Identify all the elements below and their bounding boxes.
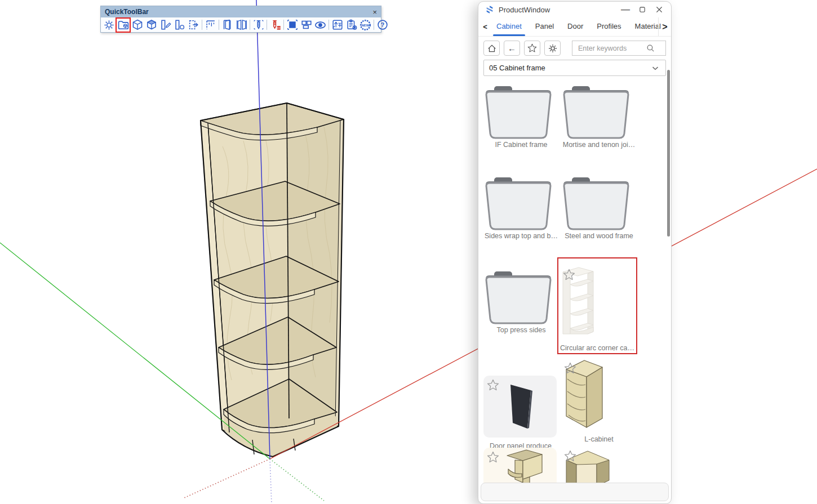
product-item-label: Mortise and tenon joi… xyxy=(562,141,636,149)
cabinet-model[interactable] xyxy=(201,103,344,457)
product-item[interactable]: Top press sides xyxy=(484,270,558,334)
quicktoolbar-title: QuickToolBar xyxy=(105,8,149,16)
app-window: NEW ? xyxy=(0,0,817,504)
product-item-label: Circular arc corner ca… xyxy=(558,344,636,352)
product-item-selected[interactable]: Circular arc corner ca… xyxy=(557,257,637,354)
product-item[interactable]: Door panel produce xyxy=(483,367,558,450)
star-icon xyxy=(527,43,537,53)
tabs-scroll-left-icon[interactable]: < xyxy=(481,23,490,31)
tab-bar: < Cabinet Panel Door Profiles Material > xyxy=(478,17,671,37)
chevron-down-icon xyxy=(650,63,660,73)
toolbar-separator xyxy=(328,20,329,30)
new-badge-icon[interactable] xyxy=(358,18,372,32)
product-item-label: Steel and wood frame xyxy=(562,232,636,240)
product-item[interactable] xyxy=(562,447,636,484)
product-item[interactable]: L-cabinet xyxy=(562,356,636,443)
help-icon[interactable] xyxy=(375,18,389,32)
product-item-label: Sides wrap top and b… xyxy=(484,232,558,240)
search-input[interactable] xyxy=(577,44,646,53)
app-logo-icon xyxy=(485,5,494,14)
tab-cabinet[interactable]: Cabinet xyxy=(490,17,529,36)
axes xyxy=(0,0,817,504)
selection-area-icon[interactable] xyxy=(285,18,299,32)
viewport-canvas[interactable] xyxy=(0,0,817,504)
window-title: ProductWindow xyxy=(499,6,550,14)
close-icon[interactable] xyxy=(651,2,668,17)
close-icon[interactable]: × xyxy=(372,8,377,16)
tab-door[interactable]: Door xyxy=(561,17,590,36)
solid-cube-icon[interactable] xyxy=(144,18,158,32)
favorite-star-icon[interactable] xyxy=(564,450,576,462)
favorite-star-icon[interactable] xyxy=(564,362,576,374)
product-window: ProductWindow — < Cabinet Panel Door Pro… xyxy=(478,1,672,504)
tab-profiles[interactable]: Profiles xyxy=(590,17,628,36)
library-toolbar: ← xyxy=(478,37,671,59)
favorite-star-icon[interactable] xyxy=(487,451,499,463)
quicktoolbar-window: QuickToolBar × xyxy=(100,6,381,33)
product-item[interactable]: Steel and wood frame xyxy=(562,176,636,240)
green-axis-dotted xyxy=(270,459,324,501)
product-window-titlebar[interactable]: ProductWindow — xyxy=(478,2,671,17)
toolbar-separator xyxy=(202,20,202,30)
folder-icon xyxy=(484,176,553,232)
checklist-gear-icon[interactable] xyxy=(344,18,358,32)
panel-export-icon[interactable] xyxy=(187,18,201,32)
window-footer xyxy=(481,483,669,501)
product-item[interactable]: Mortise and tenon joi… xyxy=(562,85,636,149)
product-item-label: L-cabinet xyxy=(562,435,636,443)
search-icon[interactable] xyxy=(646,43,655,53)
folder-icon xyxy=(562,176,630,232)
window-controls: — xyxy=(617,2,668,17)
minimize-icon[interactable]: — xyxy=(617,2,634,17)
toolbar-separator xyxy=(219,20,219,30)
inspect-icon[interactable] xyxy=(330,18,344,32)
gear-icon xyxy=(548,43,558,53)
product-item-label: IF Cabinet frame xyxy=(484,141,558,149)
folder-icon xyxy=(562,85,630,141)
toolbar-separator xyxy=(374,20,374,30)
home-icon xyxy=(487,43,497,53)
tab-panel[interactable]: Panel xyxy=(529,17,561,36)
product-item-label: Top press sides xyxy=(484,326,558,334)
favorite-star-icon[interactable] xyxy=(487,379,499,391)
component-cube-icon[interactable] xyxy=(130,18,144,32)
visibility-eye-icon[interactable] xyxy=(313,18,327,32)
category-dropdown-value: 05 Cabinet frame xyxy=(489,64,545,72)
window-layout-icon[interactable] xyxy=(299,18,313,32)
folder-icon xyxy=(484,270,553,326)
tabs-scroll-right-icon[interactable]: > xyxy=(658,17,671,36)
panel-edit-icon[interactable] xyxy=(158,18,172,32)
door-single-icon[interactable] xyxy=(220,18,234,32)
toolbar-separator xyxy=(283,20,284,30)
red-axis-dotted xyxy=(184,459,270,498)
door-double-icon[interactable] xyxy=(234,18,248,32)
panel-circle-icon[interactable] xyxy=(172,18,187,32)
product-item[interactable] xyxy=(483,445,558,484)
screw-delete-icon[interactable] xyxy=(268,18,282,32)
back-button[interactable]: ← xyxy=(504,41,520,56)
favorite-star-icon[interactable] xyxy=(563,269,575,281)
search-box xyxy=(572,41,666,56)
screw-icon[interactable] xyxy=(251,18,265,32)
maximize-icon[interactable] xyxy=(634,2,651,17)
product-item[interactable]: Sides wrap top and b… xyxy=(484,176,558,240)
product-grid: IF Cabinet frame Mortise and tenon joi… … xyxy=(479,78,667,484)
dimension-icon[interactable] xyxy=(203,18,217,32)
favorites-button[interactable] xyxy=(524,41,540,56)
home-button[interactable] xyxy=(483,41,500,56)
library-settings-button[interactable] xyxy=(544,41,561,56)
blue-axis-dotted xyxy=(270,459,272,504)
toolbar-separator xyxy=(267,20,267,30)
category-dropdown[interactable]: 05 Cabinet frame xyxy=(483,60,666,76)
folder-icon xyxy=(484,85,553,141)
settings-gear-icon[interactable] xyxy=(102,18,116,32)
quicktoolbar-icons xyxy=(101,17,381,32)
toolbar-separator xyxy=(250,20,250,30)
product-library-folder-icon[interactable] xyxy=(116,18,130,32)
scrollbar-thumb[interactable] xyxy=(667,70,670,237)
quicktoolbar-titlebar[interactable]: QuickToolBar × xyxy=(101,6,381,17)
product-item[interactable]: IF Cabinet frame xyxy=(484,85,558,149)
